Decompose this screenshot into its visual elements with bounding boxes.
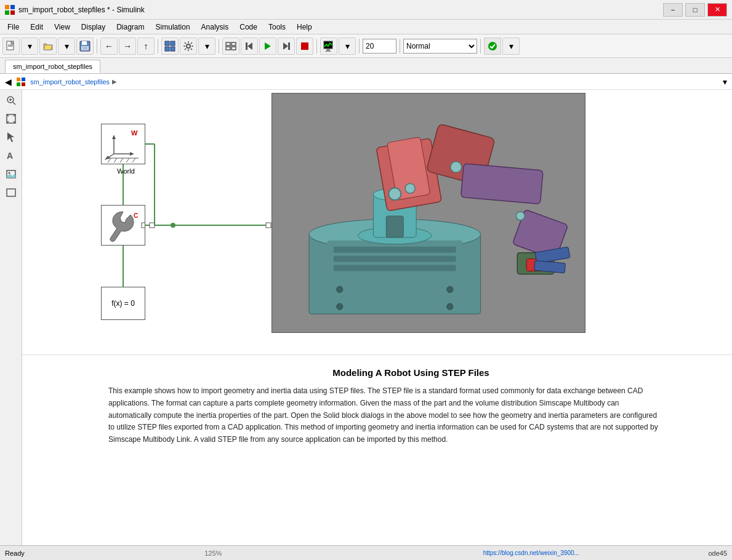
- window-controls[interactable]: − □ ✕: [663, 3, 727, 17]
- svg-rect-13: [165, 47, 169, 51]
- svg-point-42: [8, 172, 10, 174]
- breadcrumb-path[interactable]: sm_import_robot_stepfiles: [30, 78, 110, 86]
- zoom-fit-tool[interactable]: [3, 111, 19, 127]
- svg-rect-17: [231, 42, 236, 46]
- menu-simulation[interactable]: Simulation: [151, 22, 195, 33]
- scope-dropdown[interactable]: ▾: [339, 38, 356, 55]
- left-toolbar: A: [0, 90, 22, 545]
- arrow-tool[interactable]: [3, 129, 19, 145]
- svg-marker-22: [265, 42, 271, 50]
- svg-rect-28: [325, 51, 331, 52]
- menu-analysis[interactable]: Analysis: [196, 22, 234, 33]
- blocks-button[interactable]: [222, 38, 239, 55]
- svg-rect-24: [288, 42, 290, 50]
- up-button[interactable]: ↑: [137, 38, 155, 55]
- window-title: sm_import_robot_stepfiles * - Simulink: [18, 6, 663, 14]
- step-back-button[interactable]: [241, 38, 258, 55]
- svg-point-71: [447, 303, 453, 310]
- svg-rect-3: [10, 10, 15, 15]
- svg-rect-43: [7, 189, 15, 196]
- menu-bar: File Edit View Display Diagram Simulatio…: [0, 20, 732, 34]
- robot-preview: [271, 93, 585, 333]
- app-icon: [5, 5, 15, 15]
- svg-rect-26: [324, 41, 332, 49]
- svg-rect-50: [334, 265, 456, 271]
- step-button[interactable]: [278, 38, 295, 55]
- status-url: https://blog.csdn.net/weixin_3900...: [372, 550, 691, 556]
- svg-rect-19: [231, 47, 236, 50]
- menu-view[interactable]: View: [49, 22, 75, 33]
- rect-tool[interactable]: [3, 185, 19, 201]
- text-tool[interactable]: A: [3, 148, 19, 164]
- scope-button[interactable]: [320, 38, 337, 55]
- open-dropdown[interactable]: ▾: [58, 38, 75, 55]
- breadcrumb-expand[interactable]: ▾: [723, 77, 727, 87]
- svg-point-29: [488, 42, 497, 50]
- svg-rect-27: [326, 49, 330, 51]
- sim-time-input[interactable]: 20: [363, 39, 396, 54]
- settings-button[interactable]: [180, 38, 197, 55]
- save-button[interactable]: [76, 38, 94, 55]
- image-tool[interactable]: [3, 166, 19, 182]
- description-title: Modeling A Robot Using STEP Files: [108, 367, 714, 378]
- new-dropdown[interactable]: ▾: [21, 38, 38, 55]
- menu-display[interactable]: Display: [76, 22, 110, 33]
- svg-marker-23: [283, 42, 288, 50]
- settings-dropdown[interactable]: ▾: [198, 38, 215, 55]
- svg-rect-57: [461, 164, 544, 204]
- svg-rect-2: [5, 10, 9, 15]
- menu-code[interactable]: Code: [235, 22, 262, 33]
- nav-back[interactable]: ◀: [5, 77, 12, 87]
- equation-block[interactable]: f(x) = 0: [101, 287, 145, 320]
- svg-rect-21: [246, 42, 247, 50]
- open-button[interactable]: [39, 38, 57, 55]
- svg-point-70: [337, 303, 343, 310]
- tab-label: sm_import_robot_stepfiles: [13, 63, 92, 70]
- svg-rect-11: [165, 41, 169, 46]
- svg-rect-25: [301, 42, 308, 50]
- svg-marker-20: [247, 42, 252, 50]
- menu-diagram[interactable]: Diagram: [111, 22, 149, 33]
- svg-point-15: [187, 44, 190, 48]
- wrench-block[interactable]: C: [101, 205, 145, 246]
- status-zoom: 125%: [54, 550, 372, 557]
- canvas-area[interactable]: Robot: [22, 90, 732, 545]
- svg-rect-16: [226, 42, 230, 46]
- zoom-in-tool[interactable]: [3, 92, 19, 108]
- menu-help[interactable]: Help: [292, 22, 317, 33]
- library-button[interactable]: [161, 38, 179, 55]
- world-block-label: World: [106, 167, 146, 175]
- toolbar-separator-4: [316, 39, 317, 54]
- svg-rect-67: [386, 216, 403, 238]
- svg-rect-32: [17, 82, 20, 86]
- forward-button[interactable]: →: [119, 38, 136, 55]
- menu-file[interactable]: File: [2, 22, 24, 33]
- new-button[interactable]: [2, 38, 20, 55]
- menu-edit[interactable]: Edit: [25, 22, 48, 33]
- svg-rect-49: [334, 256, 456, 262]
- close-button[interactable]: ✕: [707, 3, 727, 17]
- breadcrumb-bar: ◀ sm_import_robot_stepfiles ▶ ▾: [0, 74, 732, 90]
- stop-button[interactable]: [296, 38, 313, 55]
- check-dropdown[interactable]: ▾: [502, 38, 520, 55]
- world-block[interactable]: W: [101, 124, 145, 164]
- main-layout: A Robot: [0, 90, 732, 545]
- run-button[interactable]: [259, 38, 276, 55]
- menu-tools[interactable]: Tools: [263, 22, 291, 33]
- svg-rect-12: [171, 41, 175, 46]
- svg-rect-18: [226, 47, 230, 50]
- status-ode: ode45: [690, 550, 727, 557]
- check-button[interactable]: [484, 38, 501, 55]
- svg-rect-14: [171, 47, 175, 51]
- toolbar-separator-7: [480, 39, 481, 54]
- mode-select[interactable]: Normal Accelerator Rapid Accelerator: [403, 39, 477, 54]
- minimize-button[interactable]: −: [663, 3, 683, 17]
- simulink-icon: [17, 78, 25, 86]
- back-button[interactable]: ←: [100, 38, 118, 55]
- toolbar-separator-6: [400, 39, 400, 54]
- svg-rect-10: [82, 47, 87, 50]
- svg-rect-48: [334, 247, 456, 253]
- svg-point-66: [516, 212, 525, 220]
- maximize-button[interactable]: □: [685, 3, 705, 17]
- main-tab[interactable]: sm_import_robot_stepfiles: [5, 60, 100, 73]
